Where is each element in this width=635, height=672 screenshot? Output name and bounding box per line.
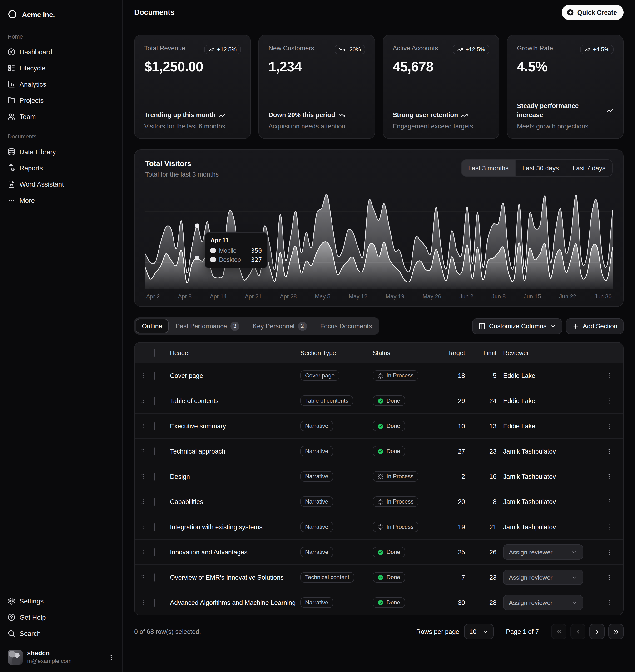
target-value[interactable]: 2 [443, 473, 472, 480]
select-all-checkbox[interactable] [154, 349, 155, 357]
row-checkbox[interactable] [154, 599, 155, 607]
row-checkbox[interactable] [154, 573, 155, 581]
drag-handle[interactable] [139, 397, 154, 404]
sidebar-item-word-assistant[interactable]: Word Assistant [4, 176, 118, 192]
previous-page-button[interactable] [570, 624, 586, 639]
drag-handle[interactable] [139, 448, 154, 454]
assign-reviewer-select[interactable]: Assign reviewer [503, 570, 583, 585]
next-page-button[interactable] [589, 624, 605, 639]
plus-icon [572, 322, 579, 330]
drag-handle[interactable] [139, 473, 154, 480]
org-switcher[interactable]: Acme Inc. [4, 4, 118, 25]
row-header-title[interactable]: Innovation and Advantages [170, 548, 300, 556]
tab-focus-documents[interactable]: Focus Documents [314, 319, 378, 333]
row-checkbox[interactable] [154, 372, 155, 380]
sidebar-item-dashboard[interactable]: Dashboard [4, 44, 118, 60]
x-tick-label: Apr 8 [178, 293, 192, 300]
limit-value[interactable]: 28 [472, 599, 503, 606]
tab-outline[interactable]: Outline [136, 319, 169, 333]
limit-value[interactable]: 5 [472, 372, 503, 379]
target-value[interactable]: 25 [443, 548, 472, 556]
assign-reviewer-select[interactable]: Assign reviewer [503, 544, 583, 560]
drag-handle[interactable] [139, 599, 154, 606]
limit-value[interactable]: 21 [472, 523, 503, 531]
row-menu-button[interactable] [599, 372, 618, 379]
row-checkbox[interactable] [154, 523, 155, 531]
range-last-30-days[interactable]: Last 30 days [515, 160, 566, 176]
limit-value[interactable]: 13 [472, 422, 503, 429]
row-menu-button[interactable] [599, 574, 618, 581]
sidebar-item-search[interactable]: Search [4, 625, 118, 642]
sidebar-item-analytics[interactable]: Analytics [4, 76, 118, 92]
drag-handle[interactable] [139, 372, 154, 379]
sidebar-item-more[interactable]: More [4, 192, 118, 208]
row-header-title[interactable]: Design [170, 473, 300, 480]
tab-past-performance[interactable]: Past Performance 3 [170, 319, 246, 333]
row-header-title[interactable]: Overview of EMR's Innovative Solutions [170, 574, 300, 581]
table-row: Advanced Algorithms and Machine Learning… [135, 590, 623, 615]
range-last-7-days[interactable]: Last 7 days [566, 160, 612, 176]
drag-handle[interactable] [139, 523, 154, 530]
area-chart[interactable]: Apr 11 Mobile 350 Desktop 327 [145, 186, 613, 289]
customize-columns-button[interactable]: Customize Columns [473, 318, 563, 334]
rows-per-page-select[interactable]: 10 [464, 624, 494, 639]
quick-create-button[interactable]: Quick Create [562, 5, 623, 20]
limit-value[interactable]: 26 [472, 548, 503, 556]
drag-handle[interactable] [139, 423, 154, 429]
row-menu-button[interactable] [599, 473, 618, 480]
sidebar-item-settings[interactable]: Settings [4, 593, 118, 609]
page-title: Documents [134, 8, 174, 17]
row-menu-button[interactable] [599, 397, 618, 404]
drag-handle[interactable] [139, 574, 154, 581]
target-value[interactable]: 10 [443, 422, 472, 429]
row-menu-button[interactable] [599, 548, 618, 556]
row-menu-button[interactable] [599, 498, 618, 505]
tab-count-badge: 3 [231, 321, 239, 331]
add-section-button[interactable]: Add Section [566, 318, 623, 334]
row-header-title[interactable]: Technical approach [170, 448, 300, 455]
user-menu[interactable]: shadcn m@example.com [4, 646, 118, 668]
target-value[interactable]: 29 [443, 397, 472, 404]
row-checkbox[interactable] [154, 498, 155, 506]
sidebar-item-projects[interactable]: Projects [4, 92, 118, 109]
sidebar-item-team[interactable]: Team [4, 109, 118, 125]
limit-value[interactable]: 16 [472, 473, 503, 480]
sidebar-item-get-help[interactable]: Get Help [4, 609, 118, 625]
row-header-title[interactable]: Advanced Algorithms and Machine Learning [170, 599, 300, 606]
limit-value[interactable]: 23 [472, 448, 503, 455]
row-header-title[interactable]: Capabilities [170, 498, 300, 505]
target-value[interactable]: 19 [443, 523, 472, 531]
last-page-button[interactable] [608, 624, 623, 639]
target-value[interactable]: 27 [443, 448, 472, 455]
row-header-title[interactable]: Cover page [170, 372, 300, 379]
row-checkbox[interactable] [154, 397, 155, 405]
row-checkbox[interactable] [154, 472, 155, 480]
target-value[interactable]: 7 [443, 574, 472, 581]
drag-handle[interactable] [139, 498, 154, 505]
row-menu-button[interactable] [599, 599, 618, 606]
row-checkbox[interactable] [154, 548, 155, 556]
assign-reviewer-select[interactable]: Assign reviewer [503, 595, 583, 610]
sidebar-item-data-library[interactable]: Data Library [4, 144, 118, 160]
limit-value[interactable]: 8 [472, 498, 503, 505]
row-checkbox[interactable] [154, 447, 155, 455]
range-last-3-months[interactable]: Last 3 months [461, 160, 515, 176]
row-checkbox[interactable] [154, 422, 155, 430]
sidebar-item-lifecycle[interactable]: Lifecycle [4, 60, 118, 76]
row-header-title[interactable]: Executive summary [170, 422, 300, 429]
sidebar-item-reports[interactable]: Reports [4, 160, 118, 176]
row-menu-button[interactable] [599, 448, 618, 455]
x-tick-label: May 19 [386, 293, 404, 300]
limit-value[interactable]: 23 [472, 574, 503, 581]
row-menu-button[interactable] [599, 523, 618, 531]
first-page-button[interactable] [551, 624, 566, 639]
limit-value[interactable]: 24 [472, 397, 503, 404]
target-value[interactable]: 20 [443, 498, 472, 505]
tab-key-personnel[interactable]: Key Personnel 2 [246, 319, 313, 333]
target-value[interactable]: 30 [443, 599, 472, 606]
row-header-title[interactable]: Integration with existing systems [170, 523, 300, 531]
drag-handle[interactable] [139, 549, 154, 555]
target-value[interactable]: 18 [443, 372, 472, 379]
row-menu-button[interactable] [599, 422, 618, 429]
row-header-title[interactable]: Table of contents [170, 397, 300, 404]
